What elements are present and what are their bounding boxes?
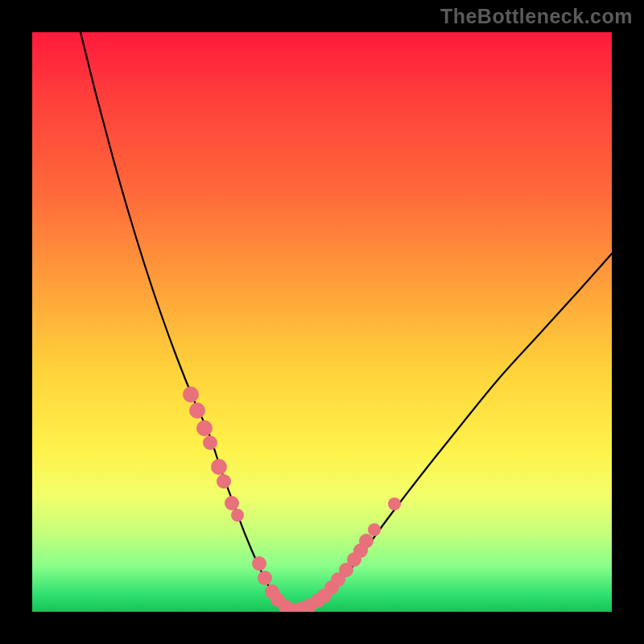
marker-dot (203, 436, 217, 450)
marker-dot (189, 402, 205, 419)
marker-dot (258, 571, 272, 585)
bottleneck-curve (80, 32, 612, 611)
marker-dot (388, 497, 401, 510)
marker-dot (231, 509, 244, 522)
marker-dot (252, 556, 266, 571)
marker-dot (368, 523, 381, 536)
marker-dot (225, 496, 239, 510)
plot-area (32, 32, 612, 612)
marker-dot (217, 474, 231, 489)
marker-dot (183, 386, 199, 402)
marker-dot (196, 420, 213, 436)
highlight-markers (183, 386, 401, 612)
watermark-text: TheBottleneck.com (440, 5, 633, 28)
marker-dot (211, 459, 227, 475)
marker-dot (359, 534, 374, 548)
curve-svg (32, 32, 612, 612)
chart-frame: TheBottleneck.com (0, 0, 644, 644)
